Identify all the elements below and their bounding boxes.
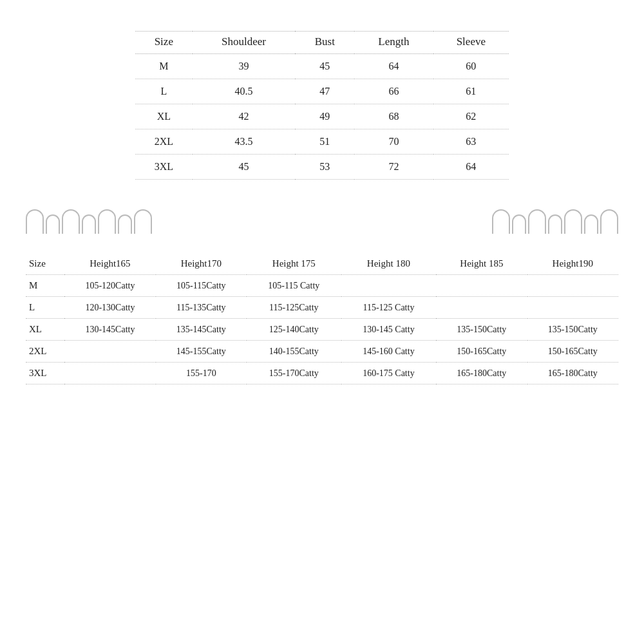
rec-table-row: 2XL145-155Catty140-155Catty145-160 Catty…: [26, 341, 618, 363]
size-cell-3-0: 2XL: [135, 129, 193, 155]
rec-cell-2-3: 125-140Catty: [247, 319, 341, 341]
rec-cell-4-5: 165-180Catty: [436, 363, 527, 384]
rec-cell-2-2: 135-145Catty: [156, 319, 247, 341]
size-header-1: Shouldeer: [193, 32, 296, 54]
right-arch-group: [492, 209, 618, 234]
size-header-3: Length: [354, 32, 433, 54]
rec-cell-4-1: [64, 363, 155, 384]
rec-table: SizeHeight165Height170Height 175Height 1…: [26, 256, 618, 384]
size-table-body: M39456460L40.5476661XL424968622XL43.5517…: [135, 54, 509, 180]
size-cell-4-1: 45: [193, 155, 296, 180]
rec-header-4: Height 180: [341, 256, 437, 275]
size-cell-3-4: 63: [433, 129, 509, 155]
arch-2: [46, 214, 60, 234]
rec-cell-0-6: [527, 275, 618, 297]
size-cell-2-2: 49: [295, 104, 354, 129]
arch-7: [134, 209, 152, 234]
arch-r2: [512, 214, 526, 234]
arch-1: [26, 209, 44, 234]
size-cell-1-1: 40.5: [193, 79, 296, 104]
rec-cell-0-2: 105-115Catty: [156, 275, 247, 297]
rec-table-wrapper: SizeHeight165Height170Height 175Height 1…: [26, 256, 618, 384]
arch-6: [118, 214, 132, 234]
rec-cell-1-3: 115-125Catty: [247, 297, 341, 319]
rec-cell-1-1: 120-130Catty: [64, 297, 155, 319]
rec-cell-4-0: 3XL: [26, 363, 64, 384]
size-table-row: L40.5476661: [135, 79, 509, 104]
size-table-row: M39456460: [135, 54, 509, 79]
arch-r7: [600, 209, 618, 234]
size-header-2: Bust: [295, 32, 354, 54]
size-cell-1-3: 66: [354, 79, 433, 104]
rec-cell-1-5: [436, 297, 527, 319]
size-cell-2-3: 68: [354, 104, 433, 129]
size-table: SizeShouldeerBustLengthSleeve M39456460L…: [135, 31, 509, 180]
rec-cell-4-4: 160-175 Catty: [341, 363, 437, 384]
size-header-4: Sleeve: [433, 32, 509, 54]
rec-cell-3-6: 150-165Catty: [527, 341, 618, 363]
size-cell-2-0: XL: [135, 104, 193, 129]
size-cell-1-4: 61: [433, 79, 509, 104]
rec-cell-3-0: 2XL: [26, 341, 64, 363]
size-cell-0-1: 39: [193, 54, 296, 79]
arch-5: [98, 209, 116, 234]
rec-cell-3-5: 150-165Catty: [436, 341, 527, 363]
rec-table-row: M105-120Catty105-115Catty105-115 Catty: [26, 275, 618, 297]
rec-header-0: Size: [26, 256, 64, 275]
size-cell-4-0: 3XL: [135, 155, 193, 180]
size-table-header-row: SizeShouldeerBustLengthSleeve: [135, 32, 509, 54]
rec-cell-1-2: 115-135Catty: [156, 297, 247, 319]
size-table-row: 3XL45537264: [135, 155, 509, 180]
rec-table-header-row: SizeHeight165Height170Height 175Height 1…: [26, 256, 618, 275]
rec-cell-3-4: 145-160 Catty: [341, 341, 437, 363]
rec-cell-0-0: M: [26, 275, 64, 297]
size-cell-2-1: 42: [193, 104, 296, 129]
page: SizeShouldeerBustLengthSleeve M39456460L…: [0, 0, 644, 404]
rec-cell-2-1: 130-145Catty: [64, 319, 155, 341]
size-header-0: Size: [135, 32, 193, 54]
rec-header-1: Height165: [64, 256, 155, 275]
rec-cell-3-3: 140-155Catty: [247, 341, 341, 363]
arch-r6: [584, 214, 598, 234]
rec-cell-2-6: 135-150Catty: [527, 319, 618, 341]
rec-cell-3-1: [64, 341, 155, 363]
size-cell-0-2: 45: [295, 54, 354, 79]
rec-cell-1-4: 115-125 Catty: [341, 297, 437, 319]
size-cell-4-2: 53: [295, 155, 354, 180]
rec-cell-2-0: XL: [26, 319, 64, 341]
rec-header-2: Height170: [156, 256, 247, 275]
arch-4: [82, 214, 96, 234]
rec-header-3: Height 175: [247, 256, 341, 275]
arch-r3: [528, 209, 546, 234]
rec-table-row: XL130-145Catty135-145Catty125-140Catty13…: [26, 319, 618, 341]
rec-cell-4-3: 155-170Catty: [247, 363, 341, 384]
rec-cell-4-6: 165-180Catty: [527, 363, 618, 384]
arch-r5: [564, 209, 582, 234]
rec-cell-1-6: [527, 297, 618, 319]
size-table-row: 2XL43.5517063: [135, 129, 509, 155]
size-cell-2-4: 62: [433, 104, 509, 129]
size-cell-3-1: 43.5: [193, 129, 296, 155]
rec-cell-0-4: [341, 275, 437, 297]
size-cell-3-3: 70: [354, 129, 433, 155]
left-arch-group: [26, 209, 152, 234]
size-cell-1-2: 47: [295, 79, 354, 104]
recommended-section: SizeHeight165Height170Height 175Height 1…: [26, 199, 618, 384]
rec-cell-4-2: 155-170: [156, 363, 247, 384]
size-cell-0-3: 64: [354, 54, 433, 79]
recommended-bg: [26, 199, 618, 244]
size-cell-4-3: 72: [354, 155, 433, 180]
size-cell-0-0: M: [135, 54, 193, 79]
rec-cell-2-4: 130-145 Catty: [341, 319, 437, 341]
size-cell-3-2: 51: [295, 129, 354, 155]
rec-table-row: 3XL155-170155-170Catty160-175 Catty165-1…: [26, 363, 618, 384]
recommended-bg-shapes: [26, 199, 618, 244]
arch-r4: [548, 214, 562, 234]
rec-cell-3-2: 145-155Catty: [156, 341, 247, 363]
rec-cell-0-5: [436, 275, 527, 297]
size-table-row: XL42496862: [135, 104, 509, 129]
rec-table-row: L120-130Catty115-135Catty115-125Catty115…: [26, 297, 618, 319]
size-cell-1-0: L: [135, 79, 193, 104]
rec-cell-0-3: 105-115 Catty: [247, 275, 341, 297]
size-table-wrapper: SizeShouldeerBustLengthSleeve M39456460L…: [135, 31, 509, 180]
